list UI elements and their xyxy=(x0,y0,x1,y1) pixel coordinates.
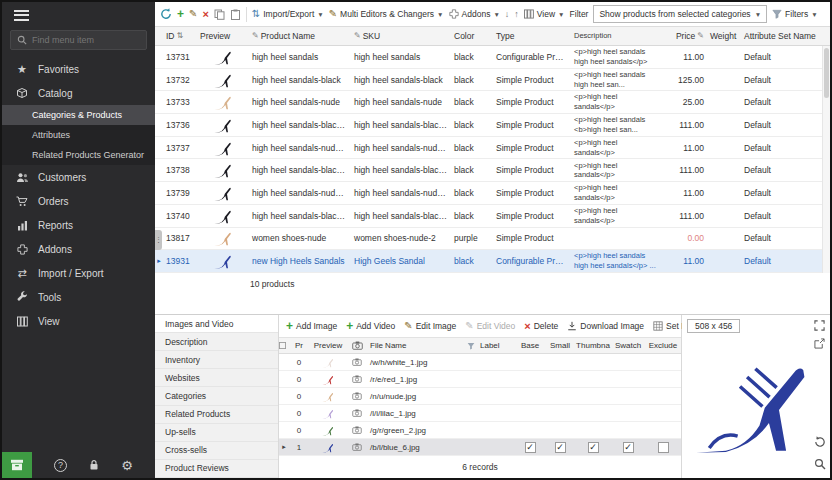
sidebar-item-favorites[interactable]: ★ Favorites xyxy=(2,57,155,81)
col-product-name[interactable]: ✎ Product Name xyxy=(249,31,351,41)
sidebar-item-categories-products[interactable]: Categories & Products xyxy=(2,105,155,125)
tab-related-products[interactable]: Related Products xyxy=(155,406,278,424)
refresh-button[interactable] xyxy=(160,8,172,20)
edit-video-button[interactable]: ✎ Edit Video xyxy=(465,321,515,331)
col-color[interactable]: Color xyxy=(451,31,493,41)
tab-description[interactable]: Description xyxy=(155,333,278,351)
col-swatch[interactable]: Swatch xyxy=(611,341,645,350)
image-row[interactable]: ▸ 1 /b/l/blue_6.jpg xyxy=(279,439,681,456)
col-thumbnail[interactable]: Thumbna xyxy=(575,341,611,350)
tab-images-and-video[interactable]: Images and Video xyxy=(155,315,278,333)
lock-icon[interactable] xyxy=(89,459,99,471)
sort-desc-icon[interactable]: ↑ xyxy=(514,10,519,19)
product-row[interactable]: 13740 high heel sandals-black-38 high he… xyxy=(155,205,830,228)
tab-product-reviews[interactable]: Product Reviews xyxy=(155,460,278,478)
copy-icon[interactable] xyxy=(214,9,225,20)
base-checkbox[interactable] xyxy=(525,442,536,453)
filters-button[interactable]: Filters ▼ xyxy=(772,9,818,19)
sidebar-item-customers[interactable]: Customers xyxy=(2,165,155,189)
sidebar-item-tools[interactable]: Tools xyxy=(2,285,155,309)
paste-icon[interactable] xyxy=(230,9,241,20)
add-image-button[interactable]: + Add Image xyxy=(286,320,337,332)
image-row[interactable]: 0 /n/u/nude.jpg xyxy=(279,388,681,405)
delete-image-button[interactable]: × Delete xyxy=(524,321,558,332)
vertical-scrollbar[interactable] xyxy=(822,46,830,273)
small-checkbox[interactable] xyxy=(555,442,566,453)
tab-websites[interactable]: Websites xyxy=(155,369,278,387)
zoom-icon[interactable] xyxy=(814,458,826,470)
funnel-icon[interactable] xyxy=(465,342,477,350)
add-video-button[interactable]: + Add Video xyxy=(346,320,395,332)
category-filter-select[interactable]: Show products from selected categories ▼ xyxy=(593,5,767,23)
col-id[interactable]: ID ⇅ xyxy=(163,31,197,41)
multi-editors-button[interactable]: ✎ Multi Editors & Changers ▼ xyxy=(329,9,444,19)
addons-button[interactable]: Addons ▼ xyxy=(449,9,500,19)
download-image-button[interactable]: Download Image xyxy=(567,321,644,331)
sidebar-item-import-export[interactable]: ⇄ Import / Export xyxy=(2,261,155,285)
product-row[interactable]: 13737 high heel sandals-nude-36 high hee… xyxy=(155,137,830,160)
sidebar-item-orders[interactable]: Orders xyxy=(2,189,155,213)
edit-product-button[interactable]: ✎ xyxy=(189,9,197,19)
tab-inventory[interactable]: Inventory xyxy=(155,351,278,369)
delete-product-button[interactable]: × xyxy=(202,9,208,20)
col-label[interactable]: Label xyxy=(477,341,515,350)
import-export-button[interactable]: ⇅ Import/Export ▼ xyxy=(252,9,324,19)
sidebar-item-attributes[interactable]: Attributes xyxy=(2,125,155,145)
help-icon[interactable] xyxy=(54,459,67,472)
product-row[interactable]: 13731 high heel sandals high heel sandal… xyxy=(155,46,830,69)
fullscreen-icon[interactable] xyxy=(814,320,825,331)
tab-up-sells[interactable]: Up-sells xyxy=(155,424,278,442)
col-small[interactable]: Small xyxy=(545,341,575,350)
product-row[interactable]: ▸ 13931 new High Heels Sandals High Geel… xyxy=(155,250,830,273)
product-row[interactable]: 13817 women shoes-nude women shoes-nude-… xyxy=(155,228,830,251)
col-image-preview[interactable]: Preview xyxy=(309,341,347,350)
exclude-checkbox[interactable] xyxy=(658,442,669,453)
image-row[interactable]: 0 /l/i/lilac_1.jpg xyxy=(279,405,681,422)
tab-cross-sells[interactable]: Cross-sells xyxy=(155,442,278,460)
rotate-icon[interactable] xyxy=(814,436,826,448)
thumbnail-checkbox[interactable] xyxy=(588,442,599,453)
menu-toggle-button[interactable] xyxy=(2,2,155,28)
col-exclude[interactable]: Exclude xyxy=(645,341,681,350)
product-row[interactable]: 13732 high heel sandals-black high heel … xyxy=(155,69,830,92)
product-row[interactable]: 13733 high heel sandals-nude high heel s… xyxy=(155,91,830,114)
product-row[interactable]: 13739 high heel sandals-nude-37 high hee… xyxy=(155,182,830,205)
chevron-down-icon: ▼ xyxy=(755,11,761,18)
sidebar-search[interactable] xyxy=(10,30,147,50)
col-type[interactable]: Type xyxy=(493,31,571,41)
sidebar-item-catalog[interactable]: Catalog xyxy=(2,81,155,105)
add-product-button[interactable]: + xyxy=(177,8,184,20)
view-button[interactable]: View ▼ xyxy=(524,9,565,19)
sidebar-search-input[interactable] xyxy=(32,35,140,45)
image-row[interactable]: 0 /w/h/white_1.jpg xyxy=(279,354,681,371)
col-file-name[interactable]: File Name xyxy=(367,341,465,350)
col-price[interactable]: Price ✎ xyxy=(663,31,707,41)
swatch-checkbox[interactable] xyxy=(623,442,634,453)
sidebar-item-addons[interactable]: Addons xyxy=(2,237,155,261)
sidebar-item-reports[interactable]: Reports xyxy=(2,213,155,237)
sort-asc-icon[interactable]: ↓ xyxy=(505,10,510,19)
col-priority[interactable]: Pr xyxy=(289,341,309,350)
col-weight[interactable]: Weight xyxy=(707,31,741,41)
col-attribute-set[interactable]: Attribute Set Name xyxy=(741,31,830,41)
tab-categories[interactable]: Categories xyxy=(155,387,278,405)
open-external-icon[interactable] xyxy=(814,338,825,349)
store-button[interactable] xyxy=(2,452,32,478)
panel-resize-handle[interactable]: ⋮ xyxy=(155,230,162,250)
product-row[interactable]: 13736 high heel sandals-black-36 high he… xyxy=(155,114,830,137)
product-thumbnail xyxy=(197,115,249,135)
col-base[interactable]: Base xyxy=(515,341,545,350)
arrows-swap-icon: ⇄ xyxy=(15,267,29,280)
scrollbar-thumb[interactable] xyxy=(824,48,829,98)
image-row[interactable]: 0 /g/r/green_2.jpg xyxy=(279,422,681,439)
cell-type: Simple Product xyxy=(493,75,571,85)
edit-image-button[interactable]: ✎ Edit Image xyxy=(404,321,456,331)
product-row[interactable]: 13738 high heel sandals-black-37 high he… xyxy=(155,159,830,182)
sidebar-item-view[interactable]: View xyxy=(2,309,155,333)
col-description[interactable]: Description xyxy=(571,31,663,41)
col-sku[interactable]: ✎ SKU xyxy=(351,31,451,41)
sidebar-item-related-products-generator[interactable]: Related Products Generator xyxy=(2,145,155,165)
col-preview[interactable]: Preview xyxy=(197,31,249,41)
gear-icon[interactable] xyxy=(121,459,133,472)
image-row[interactable]: 0 /r/e/red_1.jpg xyxy=(279,371,681,388)
